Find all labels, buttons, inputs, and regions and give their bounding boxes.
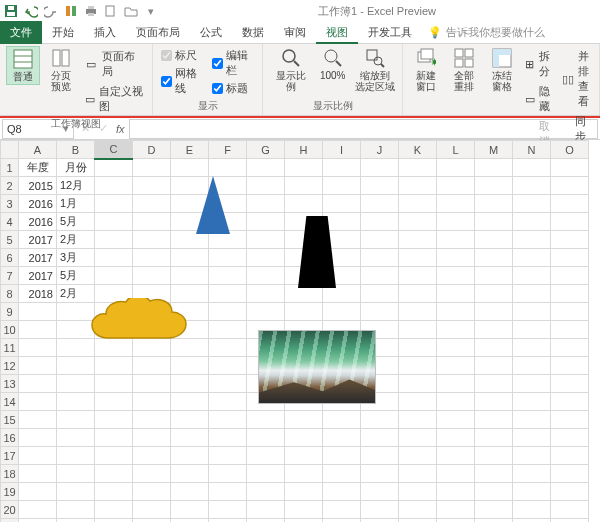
cell-J18[interactable] [361,465,399,483]
cell-I20[interactable] [323,501,361,519]
cell-L5[interactable] [437,231,475,249]
row-header-3[interactable]: 3 [1,195,19,213]
cell-L9[interactable] [437,303,475,321]
cell-H9[interactable] [285,303,323,321]
cell-B4[interactable]: 5月 [57,213,95,231]
cell-L8[interactable] [437,285,475,303]
cell-F12[interactable] [209,357,247,375]
cell-C5[interactable] [95,231,133,249]
cell-A6[interactable]: 2017 [19,249,57,267]
cell-O21[interactable] [551,519,589,523]
tab-file[interactable]: 文件 [0,21,42,44]
cell-A1[interactable]: 年度 [19,159,57,177]
col-header-B[interactable]: B [57,141,95,159]
row-header-10[interactable]: 10 [1,321,19,339]
cell-C16[interactable] [95,429,133,447]
cell-K18[interactable] [399,465,437,483]
cell-O9[interactable] [551,303,589,321]
cell-M20[interactable] [475,501,513,519]
cell-G1[interactable] [247,159,285,177]
cell-E1[interactable] [171,159,209,177]
cell-O17[interactable] [551,447,589,465]
zoom-button[interactable]: 显示比例 [269,46,311,94]
cell-B12[interactable] [57,357,95,375]
cell-G5[interactable] [247,231,285,249]
row-header-2[interactable]: 2 [1,177,19,195]
cell-K11[interactable] [399,339,437,357]
cell-L20[interactable] [437,501,475,519]
cell-E21[interactable] [171,519,209,523]
touch-icon[interactable] [64,4,78,18]
cell-K5[interactable] [399,231,437,249]
cell-O2[interactable] [551,177,589,195]
cell-I2[interactable] [323,177,361,195]
cell-E12[interactable] [171,357,209,375]
tab-review[interactable]: 审阅 [274,21,316,44]
split-button[interactable]: ⊞拆分 [525,48,554,80]
cell-G17[interactable] [247,447,285,465]
cell-C2[interactable] [95,177,133,195]
cell-I9[interactable] [323,303,361,321]
cell-D12[interactable] [133,357,171,375]
tab-home[interactable]: 开始 [42,21,84,44]
cell-N15[interactable] [513,411,551,429]
aurora-picture[interactable] [258,330,376,404]
col-header-L[interactable]: L [437,141,475,159]
cell-N13[interactable] [513,375,551,393]
cell-C15[interactable] [95,411,133,429]
cell-N14[interactable] [513,393,551,411]
row-header-14[interactable]: 14 [1,393,19,411]
cell-J2[interactable] [361,177,399,195]
row-header-4[interactable]: 4 [1,213,19,231]
cell-F8[interactable] [209,285,247,303]
cell-H1[interactable] [285,159,323,177]
cell-A14[interactable] [19,393,57,411]
cell-A7[interactable]: 2017 [19,267,57,285]
row-header-16[interactable]: 16 [1,429,19,447]
cell-N20[interactable] [513,501,551,519]
cell-L18[interactable] [437,465,475,483]
cell-F14[interactable] [209,393,247,411]
col-header-J[interactable]: J [361,141,399,159]
cell-M5[interactable] [475,231,513,249]
cell-I16[interactable] [323,429,361,447]
cell-M8[interactable] [475,285,513,303]
tab-formulas[interactable]: 公式 [190,21,232,44]
cell-B21[interactable] [57,519,95,523]
row-header-21[interactable]: 21 [1,519,19,523]
cell-M13[interactable] [475,375,513,393]
cell-A12[interactable] [19,357,57,375]
cell-N17[interactable] [513,447,551,465]
row-header-7[interactable]: 7 [1,267,19,285]
cell-N7[interactable] [513,267,551,285]
cell-B2[interactable]: 12月 [57,177,95,195]
cell-E14[interactable] [171,393,209,411]
cell-D5[interactable] [133,231,171,249]
cell-M19[interactable] [475,483,513,501]
cell-L15[interactable] [437,411,475,429]
cell-F18[interactable] [209,465,247,483]
tab-data[interactable]: 数据 [232,21,274,44]
cell-C20[interactable] [95,501,133,519]
cell-K9[interactable] [399,303,437,321]
col-header-C[interactable]: C [95,141,133,159]
cell-K20[interactable] [399,501,437,519]
cell-M18[interactable] [475,465,513,483]
cell-C6[interactable] [95,249,133,267]
cell-B15[interactable] [57,411,95,429]
cell-G2[interactable] [247,177,285,195]
cell-K8[interactable] [399,285,437,303]
cell-J1[interactable] [361,159,399,177]
cell-J17[interactable] [361,447,399,465]
cell-A3[interactable]: 2016 [19,195,57,213]
open-icon[interactable] [124,4,138,18]
zoom-selection-button[interactable]: 缩放到 选定区域 [354,46,396,94]
cell-M2[interactable] [475,177,513,195]
cell-C1[interactable] [95,159,133,177]
cell-H19[interactable] [285,483,323,501]
cell-C7[interactable] [95,267,133,285]
cell-L19[interactable] [437,483,475,501]
cell-A15[interactable] [19,411,57,429]
cell-O10[interactable] [551,321,589,339]
cell-K1[interactable] [399,159,437,177]
